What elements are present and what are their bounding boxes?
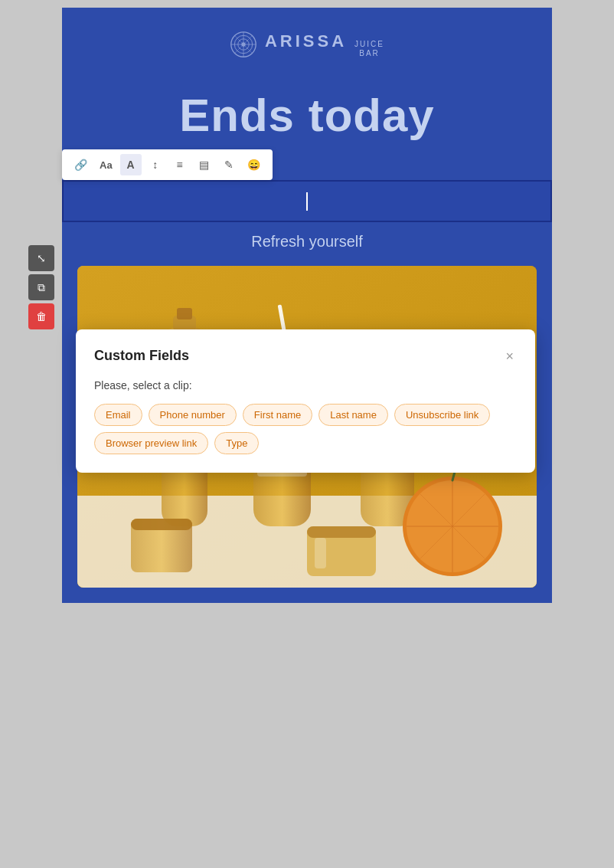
- chip-last-name[interactable]: Last name: [318, 404, 388, 426]
- modal-instruction: Please, select a clip:: [94, 379, 517, 391]
- chip-first-name[interactable]: First name: [243, 404, 312, 426]
- copy-icon: ⧉: [38, 281, 45, 294]
- delete-tool[interactable]: 🗑: [28, 303, 54, 329]
- delete-icon: 🗑: [36, 310, 47, 323]
- chip-type[interactable]: Type: [214, 432, 259, 454]
- copy-tool[interactable]: ⧉: [28, 274, 54, 300]
- custom-fields-modal: Custom Fields × Please, select a clip: E…: [76, 329, 535, 473]
- chip-unsubscribe-link[interactable]: Unsubscribe link: [394, 404, 490, 426]
- chip-phone-number[interactable]: Phone number: [149, 404, 237, 426]
- modal-close-button[interactable]: ×: [502, 349, 517, 363]
- left-sidebar: ⤡ ⧉ 🗑: [28, 245, 54, 329]
- chips-container: EmailPhone numberFirst nameLast nameUnsu…: [94, 404, 517, 454]
- modal-title: Custom Fields: [94, 348, 189, 364]
- modal-header: Custom Fields ×: [94, 348, 517, 364]
- resize-icon: ⤡: [37, 252, 46, 264]
- resize-tool[interactable]: ⤡: [28, 245, 54, 271]
- chip-browser-preview-link[interactable]: Browser preview link: [94, 432, 208, 454]
- chip-email[interactable]: Email: [94, 404, 142, 426]
- modal-overlay: Custom Fields × Please, select a clip: E…: [62, 8, 552, 860]
